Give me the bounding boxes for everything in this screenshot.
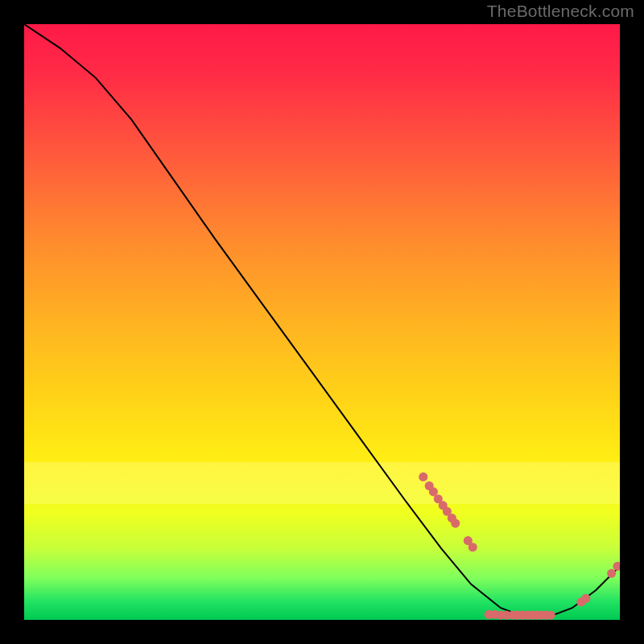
data-dot (607, 569, 616, 578)
data-dot (469, 543, 477, 551)
watermark-text: TheBottleneck.com (487, 2, 634, 21)
bottleneck-curve (24, 24, 620, 617)
plot-area (24, 24, 620, 620)
data-dots (419, 473, 620, 620)
data-dot (419, 473, 427, 481)
chart-svg (24, 24, 620, 620)
data-dot (581, 594, 590, 603)
chart-frame: TheBottleneck.com (0, 0, 644, 644)
data-dot (613, 562, 620, 571)
data-dot (547, 611, 555, 620)
data-dot (451, 519, 460, 528)
